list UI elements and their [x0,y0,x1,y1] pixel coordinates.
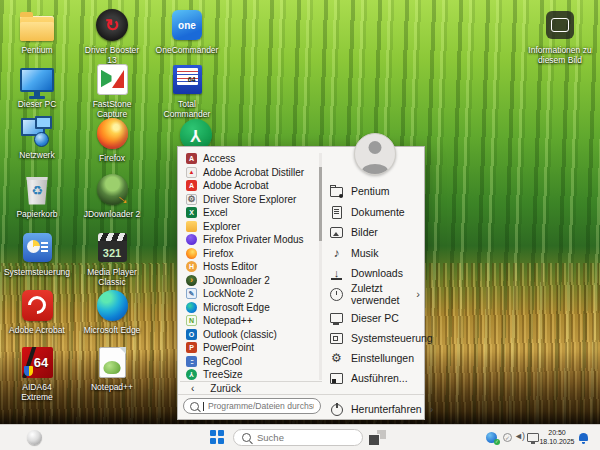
download-icon [330,267,343,280]
start-program-firefox-private[interactable]: Firefox Privater Modus [181,233,317,247]
start-program-driver-store-explorer[interactable]: ⚙Driver Store Explorer [181,193,317,207]
program-label: Outlook (classic) [203,329,277,340]
picture-icon [330,226,343,239]
notepadpp-icon [95,345,129,379]
run-icon [330,372,343,385]
mpc-badge: 321 [103,247,121,259]
menu-item-dieser-pc[interactable]: Dieser PC [330,311,420,325]
shutdown-label: Herunterfahren [351,403,422,415]
edge-icon [95,288,129,322]
start-program-firefox[interactable]: Firefox [181,247,317,261]
chevron-right-icon: › [416,288,420,300]
driver-booster-icon [95,8,129,42]
window-stack-icon[interactable] [369,430,386,445]
spotlight-info[interactable]: Informationen zu diesem Bild [522,8,598,65]
program-label: JDownloader 2 [203,275,270,286]
start-program-outlook[interactable]: OOutlook (classic) [181,328,317,342]
desktop-icon-dieser-pc[interactable]: Dieser PC [8,62,66,109]
menu-item-dokumente[interactable]: Dokumente [330,205,420,219]
desktop-icon-aida64[interactable]: 64 AIDA64 Extreme [8,345,66,402]
menu-item-ausfuehren[interactable]: Ausführen... [330,371,420,385]
program-label: Adobe Acrobat [203,180,269,191]
desktop-icon-faststone[interactable]: FastStone Capture [83,62,141,119]
aida64-icon: 64 [20,345,54,379]
control-panel-icon [330,332,343,345]
search-icon [242,433,251,442]
desktop-icon-onecommander[interactable]: one OneCommander [158,8,216,55]
jdownloader-icon: › [186,275,197,286]
chevron-left-icon: ‹ [191,383,194,394]
menu-item-pentium[interactable]: Pentium [330,184,420,198]
start-program-adobe-acrobat[interactable]: AAdobe Acrobat [181,179,317,193]
menu-search-input[interactable] [208,401,314,411]
desktop-icon-notepadpp[interactable]: Notepad++ [83,345,141,392]
desktop-icon-label: Firefox [99,153,125,163]
menu-item-downloads[interactable]: Downloads [330,266,420,280]
desktop-icon-jdownloader[interactable]: JDownloader 2 [83,172,141,219]
menu-search-box[interactable] [183,398,321,414]
menu-item-bilder[interactable]: Bilder [330,225,420,239]
desktop-icon-systemsteuerung[interactable]: Systemsteuerung [8,230,66,277]
desktop-icon-firefox[interactable]: Firefox [83,116,141,163]
desktop-icon-papierkorb[interactable]: Papierkorb [8,172,66,219]
menu-item-musik[interactable]: Musik [330,246,420,260]
start-program-treesize[interactable]: YTreeSize [181,368,317,381]
speaker-icon[interactable]: ◄) [514,431,524,441]
divider [178,394,424,395]
taskbar-search[interactable] [233,429,363,446]
excel-icon: X [186,207,197,218]
start-program-acrobat-distiller[interactable]: ▲Adobe Acrobat Distiller [181,166,317,180]
desktop-icon-adobe-acrobat[interactable]: Adobe Acrobat [8,288,66,335]
program-label: Driver Store Explorer [203,194,296,205]
desktop-icon-label: Notepad++ [91,382,133,392]
desktop-icon-driver-booster[interactable]: Driver Booster 13 [83,8,141,65]
desktop-icon-pentium[interactable]: Pentium [8,8,66,55]
desktop-icon-label: Adobe Acrobat [9,325,65,335]
desktop-icon-label: Media Player Classic [83,267,141,287]
taskbar-clock[interactable]: 20:50 18.10.2025 [537,429,577,446]
start-program-edge[interactable]: Microsoft Edge [181,301,317,315]
start-program-powerpoint[interactable]: PPowerPoint [181,341,317,355]
sync-status-icon[interactable] [486,432,497,443]
start-program-access[interactable]: AAccess [181,152,317,166]
menu-item-systemsteuerung[interactable]: Systemsteuerung [330,331,420,345]
start-program-notepadpp[interactable]: NNotepad++ [181,314,317,328]
start-program-hosts-editor[interactable]: HHosts Editor [181,260,317,274]
desktop-icon-netzwerk[interactable]: Netzwerk [8,116,66,160]
notification-bell-icon[interactable] [579,433,588,441]
gear-icon [330,352,343,365]
start-program-regcool[interactable]: ::RegCool [181,355,317,369]
desktop-icon-total-commander[interactable]: 64 Total Commander [158,62,216,119]
taskbar-search-input[interactable] [257,432,354,443]
windows-start-button[interactable] [210,430,224,444]
program-label: LockNote 2 [203,288,254,299]
aida64-badge: 64 [34,355,48,370]
picture-info-icon [543,8,577,42]
start-program-excel[interactable]: XExcel [181,206,317,220]
desktop-icon-edge[interactable]: Microsoft Edge [83,288,141,335]
user-avatar[interactable] [354,133,396,175]
start-program-locknote[interactable]: ✎LockNote 2 [181,287,317,301]
shutdown-button[interactable]: Herunterfahren› [330,402,420,416]
start-program-explorer[interactable]: Explorer [181,220,317,234]
firefox-icon [95,116,129,150]
network-icon [20,116,54,147]
program-label: TreeSize [203,369,243,380]
clock-time: 20:50 [537,429,577,438]
menu-item-zuletzt-verwendet[interactable]: Zuletzt verwendet› [330,287,420,301]
menu-item-label: Dokumente [351,206,405,218]
classic-start-orb[interactable] [27,430,42,445]
menu-item-einstellungen[interactable]: Einstellungen [330,351,420,365]
menu-item-label: Dieser PC [351,312,399,324]
program-label: Notepad++ [203,315,253,326]
menu-item-label: Bilder [351,226,378,238]
desktop-icon-label: Netzwerk [19,150,54,160]
start-program-jdownloader[interactable]: ›JDownloader 2 [181,274,317,288]
desktop-icon-label: Pentium [21,45,52,55]
treesize-icon: Y [186,369,197,380]
desktop-icon-label: AIDA64 Extreme [8,382,66,402]
scrollbar-thumb[interactable] [319,167,322,241]
search-icon [190,402,199,411]
security-check-icon[interactable]: ✓ [503,433,512,442]
desktop-icon-mpc[interactable]: 321 Media Player Classic [83,230,141,287]
